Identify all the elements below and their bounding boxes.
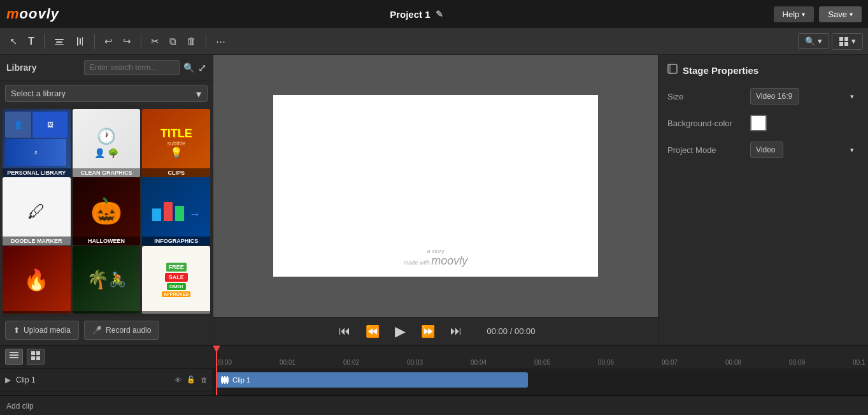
- more-button[interactable]: ⋯: [211, 33, 230, 50]
- fast-forward-button[interactable]: ⏩: [418, 322, 438, 341]
- library-bottom-actions: ⬆ Upload media 🎤 Record audio: [0, 315, 213, 345]
- library-item-personal-label: PERSONAL LIBRARY: [3, 168, 71, 177]
- library-item-sale[interactable]: FREE SALE OMG! APPROVED: [142, 246, 210, 314]
- track-delete-icon[interactable]: 🗑: [201, 376, 208, 384]
- project-title-area: Project 1 ✎: [390, 9, 443, 20]
- timeline-playhead[interactable]: [216, 346, 217, 368]
- bg-color-label: Background-color: [667, 119, 750, 128]
- svg-rect-21: [224, 376, 225, 378]
- tick-8: 00:08: [725, 359, 789, 366]
- tick-5: 00:05: [534, 359, 598, 366]
- tick-0: 00:00: [216, 359, 280, 366]
- svg-rect-13: [10, 354, 18, 356]
- size-select[interactable]: Video 16:9 Video 4:3 Square 1:1: [750, 88, 799, 105]
- bg-color-swatch[interactable]: [750, 115, 767, 131]
- cut-button[interactable]: ✂: [146, 33, 164, 50]
- timeline-grid-view-button[interactable]: [27, 349, 45, 365]
- svg-rect-1: [56, 41, 62, 43]
- search-button[interactable]: 🔍 ▾: [798, 33, 829, 49]
- library-select-container: Select a library: [5, 85, 208, 102]
- expand-library-button[interactable]: ⤢: [198, 62, 206, 74]
- svg-rect-0: [55, 39, 64, 40]
- search-bar: 🔍 ⤢: [84, 60, 206, 75]
- track-expand-icon[interactable]: ▶: [5, 375, 11, 384]
- library-item-halloween[interactable]: 🎃 HALLOWEEN: [73, 177, 141, 245]
- edit-title-icon[interactable]: ✎: [436, 9, 443, 19]
- library-item-fire[interactable]: 🔥: [3, 246, 71, 314]
- library-item-clips-label: CLIPS: [142, 168, 210, 177]
- svg-rect-16: [36, 351, 40, 355]
- track-visibility-icon[interactable]: 👁: [174, 376, 181, 384]
- text-tool-button[interactable]: T: [24, 33, 39, 50]
- library-item-fire-label: [3, 311, 71, 314]
- timeline-list-view-button[interactable]: [5, 349, 23, 365]
- library-item-personal[interactable]: 👤 🖼 ♬ PERSONAL LIBRARY: [3, 109, 71, 177]
- grid-view-button[interactable]: ▾: [832, 33, 863, 50]
- library-grid: 👤 🖼 ♬ PERSONAL LIBRARY 🕐 👤 🌳 CLEAN GRAPH…: [0, 106, 213, 315]
- skip-to-start-button[interactable]: ⏮: [336, 322, 353, 340]
- toolbar-separator-4: [206, 34, 206, 49]
- library-item-halloween-label: HALLOWEEN: [73, 237, 141, 245]
- upload-icon: ⬆: [13, 326, 20, 335]
- stage-props-header: Stage Properties: [667, 64, 859, 76]
- delete-button[interactable]: 🗑: [182, 33, 201, 49]
- stage-props-title: Stage Properties: [683, 65, 758, 76]
- library-item-clean[interactable]: 🕐 👤 🌳 CLEAN GRAPHICS: [73, 109, 141, 177]
- timeline-ruler: 00:00 00:01 00:02 00:03 00:04 00:05 00:0…: [213, 346, 868, 368]
- track-name: Clip 1: [16, 375, 169, 384]
- play-button[interactable]: ▶: [392, 321, 408, 342]
- tool-group-history: ↩ ↪: [100, 33, 136, 50]
- library-select[interactable]: Select a library: [5, 85, 208, 102]
- track-lock-icon[interactable]: 🔓: [187, 375, 196, 384]
- clip-name: Clip 1: [232, 376, 250, 384]
- time-display: 00:00 / 00:00: [487, 326, 536, 336]
- timeline-tracks: ▶ Clip 1 👁 🔓 🗑 Clip 1: [0, 368, 868, 395]
- library-item-nature[interactable]: 🌴 🚴: [73, 246, 141, 314]
- stage-props-icon: [667, 64, 678, 76]
- search-input[interactable]: [84, 60, 180, 75]
- toolbar-separator-1: [44, 34, 45, 49]
- library-label: Library: [6, 62, 36, 73]
- redo-button[interactable]: ↪: [118, 33, 136, 50]
- align-h-button[interactable]: [50, 34, 69, 49]
- search-submit-button[interactable]: 🔍: [183, 62, 194, 73]
- rewind-button[interactable]: ⏪: [363, 322, 382, 341]
- skip-to-end-button[interactable]: ⏭: [448, 322, 464, 340]
- save-button[interactable]: Save ▾: [819, 6, 862, 22]
- svg-rect-23: [222, 382, 223, 384]
- svg-rect-19: [221, 377, 229, 382]
- size-row: Size Video 16:9 Video 4:3 Square 1:1: [667, 88, 859, 105]
- project-mode-select[interactable]: Video GIF Image: [750, 142, 783, 158]
- track-labels: ▶ Clip 1 👁 🔓 🗑: [0, 368, 213, 395]
- library-item-infographics-label: INFOGRAPHICS: [142, 237, 210, 245]
- stage-properties-panel: Stage Properties Size Video 16:9 Video 4…: [658, 55, 868, 345]
- record-audio-button[interactable]: 🎤 Record audio: [84, 321, 159, 340]
- library-item-infographics[interactable]: → INFOGRAPHICS: [142, 177, 210, 245]
- undo-button[interactable]: ↩: [100, 33, 117, 50]
- track-clip-1[interactable]: Clip 1: [216, 372, 528, 388]
- add-clip-button[interactable]: Add clip: [6, 402, 34, 411]
- svg-rect-6: [839, 37, 843, 41]
- tick-10: 00:1: [853, 359, 868, 366]
- tick-7: 00:07: [662, 359, 725, 366]
- toolbar: ↖ T ↩ ↪ ✂ ⧉ 🗑 ⋯ 🔍 ▾ ▾: [0, 28, 868, 55]
- cursor-tool-button[interactable]: ↖: [5, 33, 22, 50]
- copy-button[interactable]: ⧉: [165, 33, 181, 50]
- align-v-button[interactable]: [70, 34, 89, 49]
- track-playhead: [216, 368, 217, 395]
- timeline-ticks: 00:00 00:01 00:02 00:03 00:04 00:05 00:0…: [213, 346, 868, 368]
- help-button[interactable]: Help ▾: [774, 6, 815, 22]
- film-icon: [221, 376, 229, 384]
- svg-rect-15: [31, 351, 35, 355]
- tick-4: 00:04: [471, 359, 534, 366]
- svg-rect-4: [80, 38, 81, 45]
- upload-media-button[interactable]: ⬆ Upload media: [5, 321, 79, 340]
- left-panel: Library 🔍 ⤢ Select a library 👤 🖼 ♬: [0, 55, 213, 345]
- library-item-doodle[interactable]: 🖊 DOODLE MARKER: [3, 177, 71, 245]
- search-icon: 🔍: [805, 36, 815, 46]
- library-item-clips[interactable]: TITLE subtitle 💡 CLIPS: [142, 109, 210, 177]
- microphone-icon: 🎤: [92, 326, 102, 335]
- tick-1: 00:01: [280, 359, 343, 366]
- project-title: Project 1: [390, 9, 430, 20]
- library-item-nature-label: [73, 311, 141, 314]
